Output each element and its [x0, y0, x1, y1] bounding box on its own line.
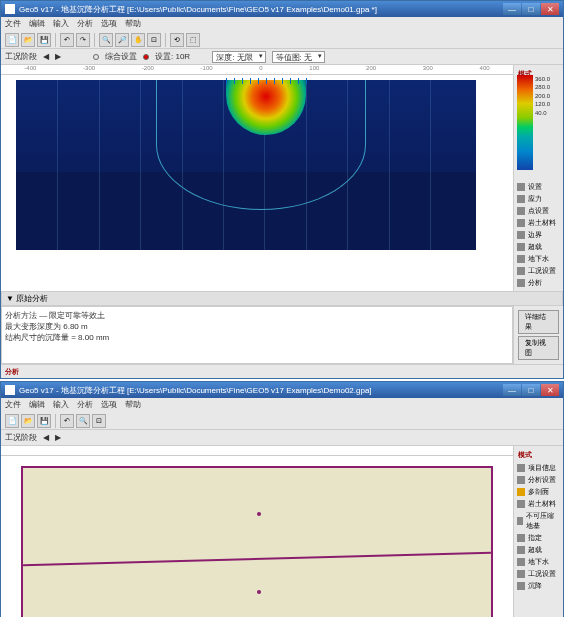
mode-phase[interactable]: 工况设置	[516, 265, 561, 277]
menu-file[interactable]: 文件	[5, 18, 21, 30]
ruler-horizontal	[1, 446, 513, 456]
detail-result-button[interactable]: 详细结果	[518, 310, 559, 334]
mode-soil[interactable]: 岩土材料	[516, 217, 561, 229]
maximize-button[interactable]: □	[522, 384, 540, 396]
legend-values: 360.0280.0200.0120.040.0	[535, 75, 563, 117]
contour-dropdown[interactable]: 等值图: 无	[272, 51, 325, 63]
surface-load	[226, 78, 306, 86]
tb-redo[interactable]: ↷	[76, 33, 90, 47]
app-window-1: Geo5 v17 - 地基沉降分析工程 [E:\Users\Public\Doc…	[0, 0, 564, 379]
mode-incompressible[interactable]: 不可压缩地基	[516, 510, 561, 532]
mode-stress[interactable]: 应力	[516, 193, 561, 205]
menubar: 文件 编辑 输入 分析 选项 帮助	[1, 17, 563, 31]
close-button[interactable]: ✕	[541, 3, 559, 15]
menu-analysis[interactable]: 分析	[77, 18, 93, 30]
menu-options[interactable]: 选项	[101, 18, 117, 30]
tb-zoom-in[interactable]: 🔍	[99, 33, 113, 47]
tb-open[interactable]: 📂	[21, 414, 35, 428]
tb-zoom[interactable]: 🔍	[76, 414, 90, 428]
mode-water[interactable]: 地下水	[516, 253, 561, 265]
mode-water[interactable]: 地下水	[516, 556, 561, 568]
result-line-2: 最大变形深度为 6.80 m	[5, 321, 509, 332]
tb-save[interactable]: 💾	[37, 33, 51, 47]
phase-next[interactable]: ▶	[55, 52, 61, 61]
layer-boundary	[23, 552, 491, 566]
app-icon	[5, 385, 15, 395]
phase-next[interactable]: ▶	[55, 433, 61, 442]
menu-help[interactable]: 帮助	[125, 399, 141, 411]
mode-assign[interactable]: 指定	[516, 532, 561, 544]
result-side: 详细结果 复制视图	[513, 306, 563, 364]
tb-sel[interactable]: ⬚	[186, 33, 200, 47]
minimize-button[interactable]: —	[503, 384, 521, 396]
tb-fit[interactable]: ⊡	[92, 414, 106, 428]
mode-soils[interactable]: 岩土材料	[516, 498, 561, 510]
app-icon	[5, 4, 15, 14]
titlebar[interactable]: Geo5 v17 - 地基沉降分析工程 [E:\Users\Public\Doc…	[1, 1, 563, 17]
menu-edit[interactable]: 编辑	[29, 18, 45, 30]
tb-undo[interactable]: ↶	[60, 33, 74, 47]
status-bar: 分析	[1, 364, 563, 378]
radio-2[interactable]	[143, 54, 149, 60]
phase-prev[interactable]: ◀	[43, 433, 49, 442]
geology-canvas[interactable]	[1, 456, 513, 617]
tb-save[interactable]: 💾	[37, 414, 51, 428]
marker-1[interactable]	[257, 512, 261, 516]
mode-settlement[interactable]: 沉降	[516, 580, 561, 592]
menu-edit[interactable]: 编辑	[29, 399, 45, 411]
marker-2[interactable]	[257, 590, 261, 594]
menu-options[interactable]: 选项	[101, 399, 117, 411]
simulation-plot[interactable]	[1, 75, 513, 265]
window-title: Geo5 v17 - 地基沉降分析工程 [E:\Users\Public\Doc…	[19, 4, 377, 15]
tb-pan[interactable]: ✋	[131, 33, 145, 47]
menu-analysis[interactable]: 分析	[77, 399, 93, 411]
menu-help[interactable]: 帮助	[125, 18, 141, 30]
minimize-button[interactable]: —	[503, 3, 521, 15]
canvas-area[interactable]	[1, 446, 513, 617]
radio-1-label[interactable]: 综合设置	[105, 51, 137, 62]
mode-surcharge[interactable]: 超载	[516, 544, 561, 556]
phase-prev[interactable]: ◀	[43, 52, 49, 61]
radio-2-label[interactable]: 设置: 10R	[155, 51, 190, 62]
mode-project[interactable]: 项目信息	[516, 462, 561, 474]
close-button[interactable]: ✕	[541, 384, 559, 396]
mode-settings[interactable]: 设置	[516, 181, 561, 193]
mode-settings[interactable]: 分析设置	[516, 474, 561, 486]
tb-zoom-out[interactable]: 🔎	[115, 33, 129, 47]
tb-open[interactable]: 📂	[21, 33, 35, 47]
radio-1[interactable]	[93, 54, 99, 60]
menubar: 文件 编辑 输入 分析 选项 帮助	[1, 398, 563, 412]
maximize-button[interactable]: □	[522, 3, 540, 15]
result-line-3: 结构尺寸的沉降量 = 8.00 mm	[5, 332, 509, 343]
tb-fit[interactable]: ⊡	[147, 33, 161, 47]
toolbar-main: 📄 📂 💾 ↶ ↷ 🔍 🔎 ✋ ⊡ ⟲ ⬚	[1, 31, 563, 49]
canvas-area[interactable]: -400-300-200-1000100200300400	[1, 65, 513, 291]
tb-rotate[interactable]: ⟲	[170, 33, 184, 47]
phase-label: 工况阶段	[5, 51, 37, 62]
menu-input[interactable]: 输入	[53, 18, 69, 30]
mode-points[interactable]: 点设置	[516, 205, 561, 217]
toolbar-main: 📄 📂 💾 ↶ 🔍 ⊡	[1, 412, 563, 430]
copy-view-button[interactable]: 复制视图	[518, 336, 559, 360]
ruler-horizontal: -400-300-200-1000100200300400	[1, 65, 513, 75]
menu-input[interactable]: 输入	[53, 399, 69, 411]
mode-surcharge[interactable]: 超载	[516, 241, 561, 253]
collapse-header[interactable]: ▼ 原始分析	[1, 291, 563, 306]
titlebar[interactable]: Geo5 v17 - 地基沉降分析工程 [E:\Users\Public\Doc…	[1, 382, 563, 398]
mode-profiles[interactable]: 多剖面	[516, 486, 561, 498]
mode-analyze[interactable]: 分析	[516, 277, 561, 289]
bottom-label: 分析	[5, 367, 19, 377]
result-line-1: 分析方法 — 限定可靠等效土	[5, 310, 509, 321]
color-legend	[517, 75, 533, 170]
mode-boundary[interactable]: 边界	[516, 229, 561, 241]
geology-profile	[21, 466, 493, 617]
tb-new[interactable]: 📄	[5, 414, 19, 428]
tb-new[interactable]: 📄	[5, 33, 19, 47]
toolbar-options: 工况阶段 ◀ ▶ 综合设置 设置: 10R 深度: 无限 等值图: 无	[1, 49, 563, 65]
toolbar-phase: 工况阶段 ◀ ▶	[1, 430, 563, 446]
tb-undo[interactable]: ↶	[60, 414, 74, 428]
workspace: 模式 项目信息 分析设置 多剖面 岩土材料 不可压缩地基 指定 超载 地下水 工…	[1, 446, 563, 617]
menu-file[interactable]: 文件	[5, 399, 21, 411]
depth-dropdown[interactable]: 深度: 无限	[212, 51, 265, 63]
mode-phase[interactable]: 工况设置	[516, 568, 561, 580]
